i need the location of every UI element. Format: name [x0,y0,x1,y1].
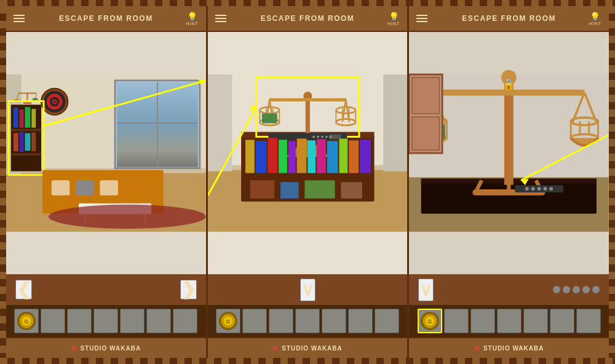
svg-rect-94 [349,140,359,173]
panel-2: ESCAPE FROM ROOM 💡 HINT [208,6,408,358]
panel1-scene[interactable] [6,32,206,274]
svg-rect-93 [339,138,347,173]
svg-rect-32 [33,98,38,100]
flower-icon-3: ✿ [474,344,480,352]
panel3-dot-3 [573,286,580,293]
panel2-hint-button[interactable]: 💡 HINT [387,12,400,26]
panel1-title-bar: ESCAPE FROM ROOM 💡 HINT [6,6,206,32]
svg-rect-90 [308,140,315,173]
svg-rect-89 [296,138,306,173]
panel2-coin-1: G [219,312,237,330]
svg-text:🔒: 🔒 [502,77,517,91]
panel1-menu-button[interactable] [14,15,25,22]
panel2-scene[interactable] [208,32,408,274]
panel2-slot-7[interactable] [375,309,399,333]
panel3-slot-6[interactable] [550,309,574,333]
svg-text:G: G [226,318,231,325]
svg-rect-19 [25,107,30,127]
svg-rect-57 [305,99,309,138]
panel1-slot-3[interactable] [67,309,92,333]
bulb-icon-1: 💡 [187,12,197,22]
panel2-down-button[interactable]: ∨ [300,279,315,301]
panel3-down-button[interactable]: ∨ [418,279,434,301]
flower-icon-1: ✿ [71,344,77,352]
panel2-slot-5[interactable] [322,309,346,333]
svg-rect-115 [434,90,585,96]
panel1-slot-4[interactable] [93,309,118,333]
panel3-title-bar: ESCAPE FROM ROOM 💡 HINT [409,6,609,32]
svg-rect-135 [412,77,439,114]
panel2-nav: ∨ [208,274,408,305]
panel3-hint-button[interactable]: 💡 HINT [589,12,601,26]
panel2-slot-2[interactable] [242,309,267,333]
svg-rect-27 [18,93,37,94]
svg-rect-96 [250,180,274,199]
svg-text:G: G [25,318,29,325]
svg-rect-99 [341,182,362,199]
svg-text:G: G [427,318,432,325]
panel2-title: ESCAPE FROM ROOM [261,14,355,23]
panel3-slot-2[interactable] [444,309,469,333]
panel3-slot-5[interactable] [523,309,548,333]
panel2-studio-label: STUDIO WAKABA [282,345,343,352]
panel1-prev-button[interactable]: ❮ [15,280,32,299]
svg-rect-97 [280,182,299,199]
panel1-slot-5[interactable] [120,309,145,333]
panel2-title-bar: ESCAPE FROM ROOM 💡 HINT [208,6,408,32]
svg-rect-37 [76,180,94,196]
svg-rect-98 [304,180,335,199]
panel1-hint-button[interactable]: 💡 HINT [186,12,198,26]
svg-point-142 [538,187,541,191]
panel1-slot-2[interactable] [41,309,65,333]
panel3-slot-1[interactable]: G [418,309,442,333]
svg-rect-21 [14,133,18,152]
panel1-slot-1[interactable]: G [14,309,39,333]
svg-point-140 [525,187,529,191]
svg-rect-22 [20,132,24,152]
svg-rect-17 [14,108,18,127]
svg-point-79 [312,135,315,138]
svg-rect-76 [262,113,277,123]
bulb-icon-3: 💡 [590,12,600,22]
top-border [0,0,615,6]
svg-rect-59 [269,98,346,101]
svg-rect-20 [31,109,36,127]
panel2-slot-4[interactable] [295,309,320,333]
panel1-footer: ✿ STUDIO WAKABA [6,337,206,358]
panel3-studio-label: STUDIO WAKABA [483,345,544,352]
panel3-footer: ✿ STUDIO WAKABA [409,337,609,358]
panel1-coin-1: G [17,312,36,330]
svg-rect-16 [11,153,41,156]
svg-rect-136 [412,117,439,150]
svg-rect-38 [100,180,118,196]
panel3-dot-4 [582,286,590,293]
svg-point-80 [317,135,319,138]
panel2-slot-1[interactable]: G [216,309,240,333]
svg-point-42 [49,205,206,229]
panel3-slot-4[interactable] [497,309,522,333]
panel3-coin-1: G [421,312,439,330]
panel3-title: ESCAPE FROM ROOM [462,14,556,23]
svg-rect-91 [317,139,326,173]
panel3-menu-button[interactable] [416,15,427,22]
panel1-title: ESCAPE FROM ROOM [59,14,153,23]
flower-icon-2: ✿ [272,344,278,352]
panel1-slot-7[interactable] [173,309,197,333]
svg-rect-36 [52,180,70,196]
panel-3: ESCAPE FROM ROOM 💡 HINT [409,6,609,358]
panel3-slot-3[interactable] [470,309,495,333]
svg-rect-18 [20,109,24,128]
panel1-slot-6[interactable] [146,309,171,333]
panel3-nav: ∨ [409,274,609,305]
panel3-scene[interactable]: 🔒 [409,32,609,274]
panel1-next-button[interactable]: ❯ [180,280,197,299]
svg-rect-84 [245,140,255,173]
svg-point-82 [325,135,328,138]
panel3-slot-7[interactable] [576,309,601,333]
panel3-dot-1 [553,286,560,293]
panel2-menu-button[interactable] [215,15,226,22]
svg-point-143 [544,187,547,191]
panel2-slot-3[interactable] [269,309,293,333]
svg-rect-86 [268,138,277,173]
panel2-slot-6[interactable] [348,309,373,333]
